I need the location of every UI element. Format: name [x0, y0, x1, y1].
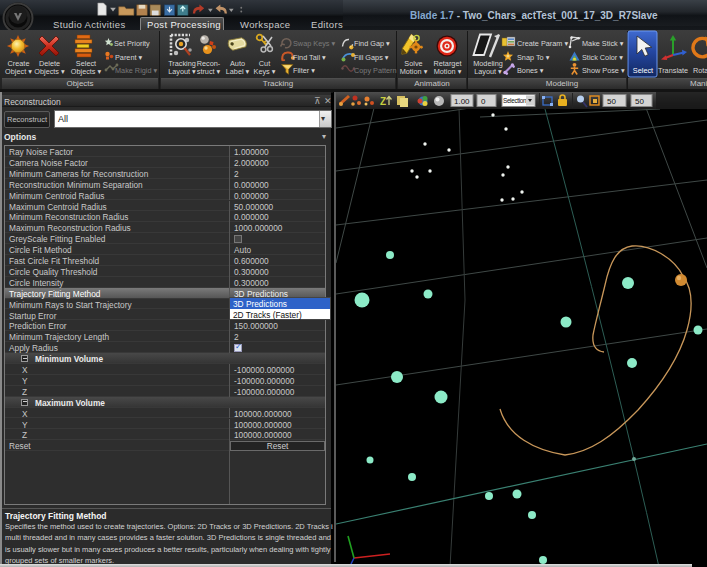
- svg-text:50: 50: [607, 97, 616, 106]
- svg-text:0: 0: [481, 97, 486, 106]
- svg-text:Z: Z: [380, 96, 386, 107]
- svg-text:50: 50: [635, 97, 644, 106]
- svg-text:1.00: 1.00: [454, 97, 470, 106]
